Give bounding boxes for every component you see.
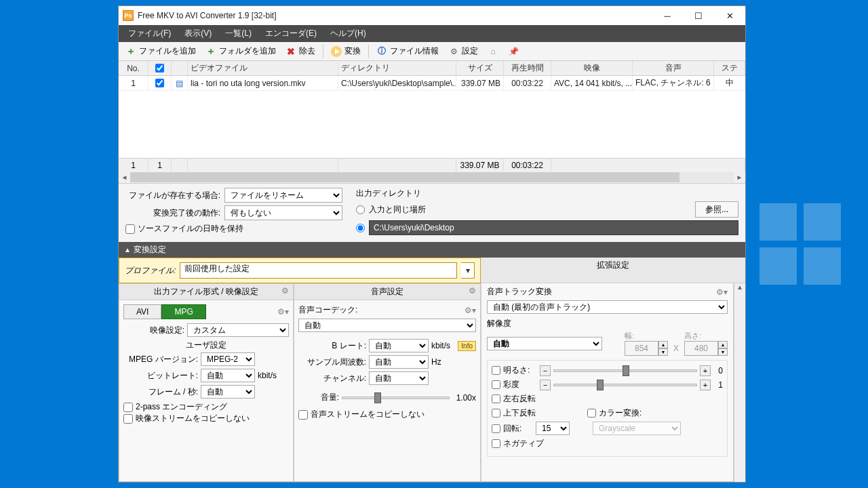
file-info-button[interactable]: ⓘファイル情報 [372,44,443,58]
height-input[interactable] [684,341,718,356]
toolbar: ＋ファイルを追加 ＋フォルダを追加 ✖除去 変換 ⓘファイル情報 ⚙設定 ⌂ 📌 [119,42,745,61]
minus-button[interactable]: − [540,380,551,390]
after-select[interactable]: 何もしない [224,205,342,220]
settings-button[interactable]: ⚙設定 [444,44,482,58]
colorconv-check[interactable] [587,409,596,418]
col-no[interactable]: No. [119,61,149,75]
negative-check[interactable] [492,439,500,448]
gear-icon[interactable]: ⚙▾ [716,287,728,297]
pin-icon: 📌 [508,46,519,57]
menu-list[interactable]: 一覧(L) [218,26,258,41]
close-button[interactable]: ✕ [714,6,745,25]
twopass-check[interactable] [123,403,133,412]
tab-mpg[interactable]: MPG [161,304,205,319]
minus-button[interactable]: − [540,365,551,376]
output-path-field[interactable]: C:\Users\yuki\Desktop [369,220,738,235]
col-icon [172,61,188,75]
scroll-left-icon[interactable]: ◄ [119,171,130,183]
plus-button[interactable]: + [700,365,711,376]
play-icon [331,46,342,57]
gear-icon[interactable]: ⚙ [281,286,289,296]
mpeg-version-select[interactable]: MPEG-2 [201,352,255,366]
home-button[interactable]: ⌂ [484,45,502,58]
scroll-right-icon[interactable]: ► [734,171,745,183]
add-file-button[interactable]: ＋ファイルを追加 [121,44,200,58]
saturation-check[interactable] [492,380,500,389]
exists-label: ファイルが存在する場合: [125,190,220,201]
col-dir[interactable]: ディレクトリ [338,61,456,75]
convert-button[interactable]: 変換 [327,44,365,58]
rotate-check[interactable] [492,424,500,433]
add-folder-button[interactable]: ＋フォルダを追加 [201,44,280,58]
saturation-slider[interactable] [553,384,697,386]
bitrate-select[interactable]: 自動 [201,369,255,382]
titlebar: Ps Free MKV to AVI Converter 1.9 [32-bit… [119,6,745,25]
brightness-slider[interactable] [553,369,697,372]
after-label: 変換完了後の動作: [125,207,220,219]
ext-panel-header: 拡張設定 [481,258,745,283]
brightness-check[interactable] [492,366,500,375]
profile-select[interactable]: 前回使用した設定 [180,262,457,279]
resolution-select[interactable]: 自動 [487,337,602,350]
audio-panel-header: 音声設定⚙ [294,284,480,300]
file-icon: ▤ [176,79,183,88]
col-size[interactable]: サイズ [456,61,504,75]
col-duration[interactable]: 再生時間 [504,61,551,75]
horizontal-scrollbar[interactable]: ◄ ► [119,171,745,183]
col-audio[interactable]: 音声 [633,61,714,75]
video-settings-select[interactable]: カスタム [187,323,289,337]
plus-icon: ＋ [125,46,136,57]
fps-select[interactable]: 自動 [201,385,255,399]
check-all[interactable] [155,64,164,73]
gear-icon[interactable]: ⚙▾ [465,306,476,315]
row-check[interactable] [155,79,164,87]
maximize-button[interactable]: ☐ [683,6,714,25]
custom-path-radio[interactable] [356,224,365,232]
resolution-label: 解像度 [487,318,728,329]
col-file[interactable]: ビデオファイル [188,61,338,75]
remove-button[interactable]: ✖除去 [281,44,319,58]
app-icon: Ps [123,10,134,21]
col-video[interactable]: 映像 [551,61,633,75]
plus-button[interactable]: + [700,380,711,390]
exists-select[interactable]: ファイルをリネーム [224,188,342,203]
menu-help[interactable]: ヘルプ(H) [323,26,373,41]
acodec-select[interactable]: 自動 [298,319,476,332]
folder-plus-icon: ＋ [205,46,216,57]
rotate-select[interactable]: 15 [536,422,570,435]
volume-slider[interactable] [342,396,450,399]
table-row[interactable]: 1 ▤ lia - tori no uta long version.mkv C… [119,76,745,91]
width-input[interactable] [625,341,658,356]
colorconv-select[interactable]: Grayscale [593,422,681,435]
menu-view[interactable]: 表示(V) [178,26,218,41]
gear-icon[interactable]: ⚙▾ [277,307,289,317]
preserve-date-check[interactable] [125,224,135,234]
info-badge[interactable]: Info [458,341,476,351]
tab-avi[interactable]: AVI [123,304,161,319]
outdir-label: 出力ディレクトリ [356,188,738,199]
browse-button[interactable]: 参照... [695,201,738,218]
menubar: ファイル(F) 表示(V) 一覧(L) エンコーダ(E) ヘルプ(H) [119,25,745,42]
profile-dropdown-button[interactable]: ▾ [461,262,475,279]
copy-vstream-check[interactable] [123,414,133,424]
flipv-check[interactable] [492,409,500,418]
vertical-scrollbar[interactable]: ▲ [734,283,745,482]
col-status[interactable]: ステ [714,61,745,75]
fliph-check[interactable] [492,394,500,403]
minimize-button[interactable]: ─ [652,6,683,25]
atrack-label: 音声トラック変換 [487,286,552,298]
achannel-select[interactable]: 自動 [369,371,429,385]
same-input-radio[interactable] [356,205,365,214]
abitrate-select[interactable]: 自動 [369,339,429,352]
menu-file[interactable]: ファイル(F) [121,26,178,41]
asample-select[interactable]: 自動 [369,355,429,369]
info-icon: ⓘ [376,46,387,57]
copy-astream-check[interactable] [298,410,308,420]
pin-button[interactable]: 📌 [504,45,523,58]
menu-encoder[interactable]: エンコーダ(E) [258,26,323,41]
conv-section-header[interactable]: ▲変換設定 [119,242,745,258]
gear-icon[interactable]: ⚙ [469,286,476,296]
atrack-select[interactable]: 自動 (最初の音声トラック) [487,300,728,314]
col-check[interactable] [149,61,172,75]
file-grid: No. ビデオファイル ディレクトリ サイズ 再生時間 映像 音声 ステ 1 ▤… [119,61,745,183]
